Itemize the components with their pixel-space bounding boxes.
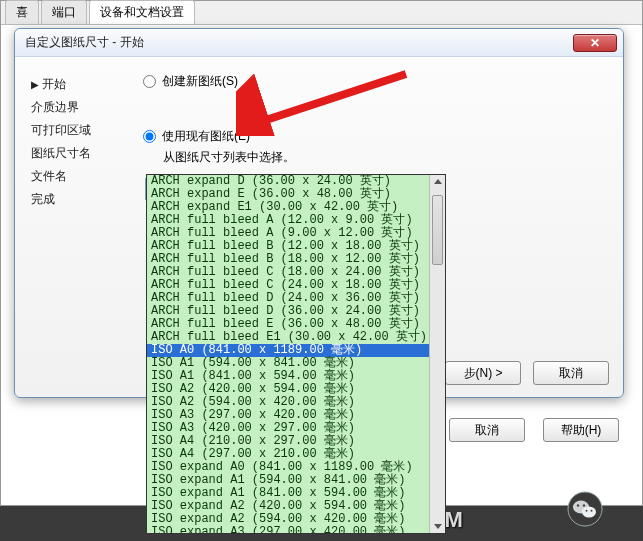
svg-point-4 — [582, 507, 596, 518]
nav-step-1[interactable]: 介质边界 — [31, 96, 127, 119]
svg-point-8 — [591, 510, 593, 512]
nav-step-3[interactable]: 图纸尺寸名 — [31, 142, 127, 165]
outer-buttons: 取消 帮助(H) — [449, 418, 619, 442]
scrollbar-thumb[interactable] — [432, 195, 443, 265]
list-item[interactable]: ISO expand A3 (297.00 x 420.00 毫米) — [147, 526, 445, 534]
radio-create-label: 创建新图纸(S) — [162, 73, 238, 90]
next-button[interactable]: 步(N) > — [445, 361, 521, 385]
radio-use-label: 使用现有图纸(E) — [162, 128, 250, 145]
nav-step-4[interactable]: 文件名 — [31, 165, 127, 188]
close-button[interactable]: ✕ — [573, 34, 617, 52]
svg-point-6 — [583, 504, 585, 506]
nav-step-0[interactable]: 开始 — [31, 73, 127, 96]
nav-step-2[interactable]: 可打印区域 — [31, 119, 127, 142]
radio-create[interactable] — [143, 75, 156, 88]
use-existing-desc: 从图纸尺寸列表中选择。 — [163, 149, 607, 166]
radio-use-existing[interactable] — [143, 130, 156, 143]
wechat-icon — [567, 491, 603, 527]
dialog-title: 自定义图纸尺寸 - 开始 — [25, 34, 144, 51]
tab-0[interactable]: 喜 — [5, 0, 39, 24]
nav-step-5[interactable]: 完成 — [31, 188, 127, 211]
tab-2[interactable]: 设备和文档设置 — [89, 0, 195, 24]
tabs-row: 喜 端口 设备和文档设置 — [1, 1, 642, 25]
paper-size-dropdown-list[interactable]: ARCH expand D (36.00 x 24.00 英寸)ARCH exp… — [146, 174, 446, 534]
outer-cancel-button[interactable]: 取消 — [449, 418, 525, 442]
svg-point-5 — [577, 504, 579, 506]
dialog-buttons: 步(N) > 取消 — [445, 361, 609, 385]
svg-point-7 — [586, 510, 588, 512]
radio-use-row[interactable]: 使用现有图纸(E) — [143, 128, 607, 145]
cancel-button[interactable]: 取消 — [533, 361, 609, 385]
help-button[interactable]: 帮助(H) — [543, 418, 619, 442]
radio-create-row[interactable]: 创建新图纸(S) — [143, 73, 607, 90]
dropdown-scrollbar[interactable] — [429, 175, 445, 533]
tab-1[interactable]: 端口 — [41, 0, 87, 24]
titlebar: 自定义图纸尺寸 - 开始 ✕ — [15, 29, 623, 57]
wizard-nav: 开始介质边界可打印区域图纸尺寸名文件名完成 — [15, 57, 135, 397]
